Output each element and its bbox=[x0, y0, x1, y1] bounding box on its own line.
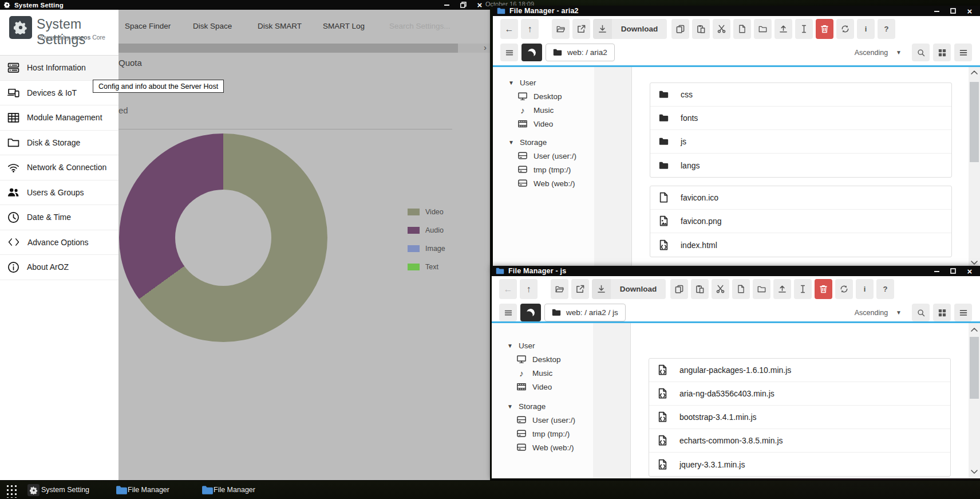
tree-item-web-drive[interactable]: Web (web:/) bbox=[493, 176, 594, 190]
minimize-button[interactable] bbox=[932, 7, 941, 15]
tree-section-storage[interactable]: ▼Storage bbox=[493, 135, 594, 149]
minimize-button[interactable] bbox=[442, 1, 451, 9]
up-button[interactable]: ↑ bbox=[520, 279, 538, 299]
tree-section-user[interactable]: ▼User bbox=[492, 339, 593, 352]
help-button[interactable]: ? bbox=[876, 279, 894, 299]
up-button[interactable]: ↑ bbox=[521, 19, 539, 39]
dark-mode-button[interactable] bbox=[520, 304, 541, 321]
new-folder-button[interactable] bbox=[754, 19, 772, 39]
grid-view-button[interactable] bbox=[933, 304, 951, 321]
scrollbar-thumb[interactable] bbox=[970, 337, 979, 399]
refresh-button[interactable] bbox=[836, 19, 854, 39]
sidebar-item-module-management[interactable]: Module Management bbox=[0, 105, 118, 131]
sidebar-item-about-aroz[interactable]: About ArOZ bbox=[0, 255, 118, 280]
chevron-up-icon[interactable] bbox=[971, 70, 978, 74]
close-button[interactable]: × bbox=[476, 1, 484, 9]
file-row-langs[interactable]: langs bbox=[650, 154, 951, 177]
upload-button[interactable] bbox=[773, 279, 791, 299]
scrollbar-thumb[interactable] bbox=[118, 44, 458, 53]
search-button[interactable] bbox=[912, 44, 930, 61]
tree-item-video[interactable]: Video bbox=[492, 380, 593, 394]
new-file-button[interactable] bbox=[732, 279, 750, 299]
sort-dropdown[interactable]: Ascending ▼ bbox=[855, 309, 902, 317]
taskbar-item-file-manager-2[interactable] bbox=[201, 485, 214, 495]
refresh-button[interactable] bbox=[835, 279, 853, 299]
vertical-scrollbar[interactable] bbox=[969, 67, 980, 270]
search-button[interactable] bbox=[912, 304, 930, 321]
fm-titlebar[interactable]: File Manager - js × bbox=[492, 266, 980, 276]
breadcrumb[interactable]: web: / aria2 bbox=[546, 44, 615, 61]
back-button[interactable]: ← bbox=[499, 279, 517, 299]
grid-view-button[interactable] bbox=[933, 44, 951, 61]
file-row-css[interactable]: css bbox=[650, 83, 951, 107]
chevron-down-icon[interactable] bbox=[971, 261, 978, 265]
file-row-favicon-png[interactable]: favicon.png bbox=[650, 210, 951, 233]
list-view-button[interactable] bbox=[954, 304, 972, 321]
taskbar-item-file-manager-1[interactable] bbox=[116, 485, 128, 495]
minimize-button[interactable] bbox=[932, 267, 941, 275]
upload-button[interactable] bbox=[774, 19, 792, 39]
app-launcher-icon[interactable] bbox=[5, 483, 17, 498]
file-row-aria-ng[interactable]: aria-ng-da5356c403.min.js bbox=[649, 382, 950, 406]
cut-button[interactable] bbox=[712, 279, 729, 299]
horizontal-scrollbar[interactable]: › bbox=[118, 44, 490, 53]
close-button[interactable]: × bbox=[966, 7, 974, 15]
file-row-jquery[interactable]: jquery-3.3.1.min.js bbox=[649, 453, 950, 476]
taskbar-label[interactable]: System Setting bbox=[41, 486, 89, 494]
back-button[interactable]: ← bbox=[500, 19, 518, 39]
download-button[interactable]: Download bbox=[593, 19, 667, 39]
new-folder-button[interactable] bbox=[753, 279, 770, 299]
maximize-button[interactable] bbox=[949, 7, 957, 15]
tree-item-web-drive[interactable]: Web (web:/) bbox=[492, 441, 593, 454]
file-row-bootstrap[interactable]: bootstrap-3.4.1.min.js bbox=[649, 406, 950, 429]
delete-button[interactable] bbox=[815, 279, 832, 299]
tree-item-music[interactable]: ♪Music bbox=[492, 366, 593, 380]
taskbar-label[interactable]: File Manager bbox=[128, 486, 169, 494]
list-view-button[interactable] bbox=[954, 44, 972, 61]
tree-item-tmp-drive[interactable]: tmp (tmp:/) bbox=[493, 163, 594, 176]
tab-space-finder[interactable]: Space Finder bbox=[125, 22, 171, 30]
open-external-button[interactable] bbox=[572, 19, 590, 39]
tree-section-storage[interactable]: ▼Storage bbox=[492, 399, 593, 413]
cut-button[interactable] bbox=[713, 19, 730, 39]
sidebar-item-advance-options[interactable]: Advance Options bbox=[0, 230, 118, 256]
open-folder-button[interactable] bbox=[552, 19, 570, 39]
sidebar-item-network-connection[interactable]: Network & Connection bbox=[0, 155, 118, 180]
sort-dropdown[interactable]: Ascending ▼ bbox=[855, 49, 902, 57]
info-button[interactable]: i bbox=[857, 19, 875, 39]
settings-search-input[interactable]: Search Settings... bbox=[389, 22, 451, 30]
chevron-right-icon[interactable]: › bbox=[484, 42, 487, 52]
restore-button[interactable] bbox=[459, 1, 467, 9]
file-row-js[interactable]: js bbox=[650, 130, 951, 154]
paste-button[interactable] bbox=[692, 19, 710, 39]
scrollbar-thumb[interactable] bbox=[970, 82, 979, 162]
info-button[interactable]: i bbox=[856, 279, 874, 299]
copy-button[interactable] bbox=[671, 19, 689, 39]
sidebar-item-users-groups[interactable]: Users & Groups bbox=[0, 180, 118, 206]
vertical-scrollbar[interactable] bbox=[969, 323, 980, 478]
tab-disk-space[interactable]: Disk Space bbox=[193, 22, 232, 30]
breadcrumb[interactable]: web: / aria2 / js bbox=[544, 304, 626, 321]
rename-button[interactable] bbox=[794, 279, 812, 299]
maximize-button[interactable] bbox=[949, 267, 957, 275]
file-row-favicon-ico[interactable]: favicon.ico bbox=[650, 186, 951, 210]
paste-button[interactable] bbox=[691, 279, 709, 299]
open-external-button[interactable] bbox=[571, 279, 589, 299]
close-button[interactable]: × bbox=[966, 267, 974, 275]
sidebar-item-host-information[interactable]: Host Information bbox=[0, 56, 118, 81]
file-row-index-html[interactable]: index.html bbox=[650, 233, 951, 257]
fm-titlebar[interactable]: File Manager - aria2 × bbox=[493, 6, 980, 16]
file-row-echarts[interactable]: echarts-common-3.8.5.min.js bbox=[649, 429, 950, 453]
rename-button[interactable] bbox=[795, 19, 813, 39]
taskbar-item-system-setting[interactable] bbox=[27, 484, 39, 496]
settings-titlebar[interactable]: System Setting × bbox=[0, 0, 490, 10]
tree-item-desktop[interactable]: Desktop bbox=[493, 89, 594, 103]
download-button[interactable]: Download bbox=[592, 279, 666, 299]
chevron-up-icon[interactable] bbox=[971, 328, 978, 332]
menu-button[interactable] bbox=[500, 44, 518, 61]
help-button[interactable]: ? bbox=[878, 19, 895, 39]
tree-item-user-drive[interactable]: User (user:/) bbox=[492, 413, 593, 427]
tree-item-desktop[interactable]: Desktop bbox=[492, 352, 593, 366]
chevron-down-icon[interactable] bbox=[971, 470, 978, 474]
tree-item-video[interactable]: Video bbox=[493, 117, 594, 131]
